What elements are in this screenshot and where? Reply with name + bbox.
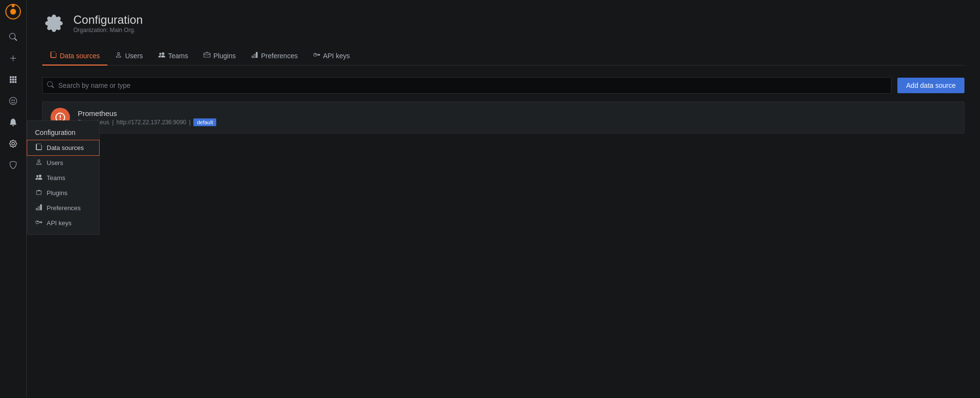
tab-users-label: Users bbox=[125, 52, 143, 60]
tabs-bar: Data sources Users Teams bbox=[42, 47, 964, 66]
shield-nav-btn[interactable] bbox=[3, 155, 23, 175]
main-content: Configuration Organization: Main Org. Da… bbox=[27, 0, 980, 398]
tab-api-keys-label: API keys bbox=[323, 52, 350, 60]
tab-data-sources-icon bbox=[50, 51, 57, 60]
tab-preferences[interactable]: Preferences bbox=[243, 47, 305, 66]
datasource-item-prometheus[interactable]: Prometheus Prometheus | http://172.22.13… bbox=[42, 101, 964, 133]
context-menu-title: Configuration bbox=[27, 125, 99, 140]
page-header-text: Configuration Organization: Main Org. bbox=[73, 13, 143, 33]
search-nav-btn[interactable] bbox=[3, 27, 23, 47]
svg-point-2 bbox=[12, 4, 15, 7]
page-title: Configuration bbox=[73, 13, 143, 27]
tab-teams-label: Teams bbox=[168, 52, 188, 60]
tab-plugins-label: Plugins bbox=[213, 52, 236, 60]
context-menu-item-label: Teams bbox=[47, 174, 65, 182]
tab-users-icon bbox=[115, 51, 122, 60]
tab-api-keys-icon bbox=[313, 51, 320, 60]
tab-preferences-label: Preferences bbox=[261, 52, 297, 60]
svg-point-1 bbox=[10, 9, 16, 15]
context-menu-item-label: Data sources bbox=[47, 144, 84, 151]
app-logo[interactable] bbox=[5, 4, 21, 19]
explore-nav-btn[interactable] bbox=[3, 91, 23, 111]
context-menu-item-preferences[interactable]: Preferences bbox=[27, 200, 99, 216]
context-menu: Configuration Data sources Users Teams bbox=[27, 120, 100, 235]
tab-plugins[interactable]: Plugins bbox=[196, 47, 243, 66]
context-menu-item-teams[interactable]: Teams bbox=[27, 170, 99, 185]
search-input[interactable] bbox=[42, 77, 892, 94]
dashboards-nav-btn[interactable] bbox=[3, 70, 23, 89]
context-menu-item-label: Users bbox=[47, 159, 63, 166]
tab-plugins-icon bbox=[204, 51, 210, 60]
data-sources-menu-icon bbox=[35, 144, 43, 152]
datasource-separator-1: | bbox=[112, 119, 114, 126]
tab-teams-icon bbox=[158, 51, 165, 60]
datasource-name-prometheus: Prometheus bbox=[78, 109, 956, 117]
datasource-meta-prometheus: Prometheus | http://172.22.137.236:9090 … bbox=[78, 118, 956, 126]
alerting-nav-btn[interactable] bbox=[3, 113, 23, 132]
context-menu-item-label: Plugins bbox=[47, 189, 68, 197]
add-nav-btn[interactable] bbox=[3, 49, 23, 68]
context-menu-item-label: Preferences bbox=[47, 204, 81, 212]
preferences-menu-icon bbox=[35, 204, 43, 212]
page-subtitle: Organization: Main Org. bbox=[73, 27, 143, 33]
context-menu-item-plugins[interactable]: Plugins bbox=[27, 185, 99, 200]
page-header: Configuration Organization: Main Org. bbox=[42, 12, 964, 35]
configuration-nav-btn[interactable] bbox=[3, 134, 23, 153]
teams-menu-icon bbox=[35, 174, 43, 182]
tab-data-sources-label: Data sources bbox=[60, 52, 100, 60]
datasource-url-prometheus: http://172.22.137.236:9090 bbox=[117, 119, 186, 126]
datasource-separator-2: | bbox=[189, 119, 190, 126]
context-menu-item-api-keys[interactable]: API keys bbox=[27, 216, 99, 231]
add-datasource-button[interactable]: Add data source bbox=[897, 78, 964, 93]
search-icon bbox=[47, 82, 54, 90]
search-row: Add data source bbox=[42, 77, 964, 94]
context-menu-item-data-sources[interactable]: Data sources bbox=[27, 140, 99, 155]
context-menu-item-label: API keys bbox=[47, 219, 71, 227]
tab-teams[interactable]: Teams bbox=[151, 47, 196, 66]
datasource-default-badge: default bbox=[193, 118, 216, 126]
plugins-menu-icon bbox=[35, 189, 43, 197]
api-keys-menu-icon bbox=[35, 219, 43, 227]
users-menu-icon bbox=[35, 159, 43, 167]
datasource-info-prometheus: Prometheus Prometheus | http://172.22.13… bbox=[78, 109, 956, 126]
tab-preferences-icon bbox=[251, 51, 258, 60]
context-menu-item-users[interactable]: Users bbox=[27, 155, 99, 170]
page-header-icon bbox=[42, 12, 66, 35]
narrow-sidebar bbox=[0, 0, 27, 398]
search-input-wrapper bbox=[42, 77, 892, 94]
tab-api-keys[interactable]: API keys bbox=[306, 47, 358, 66]
tab-users[interactable]: Users bbox=[107, 47, 151, 66]
tab-data-sources[interactable]: Data sources bbox=[42, 47, 107, 66]
